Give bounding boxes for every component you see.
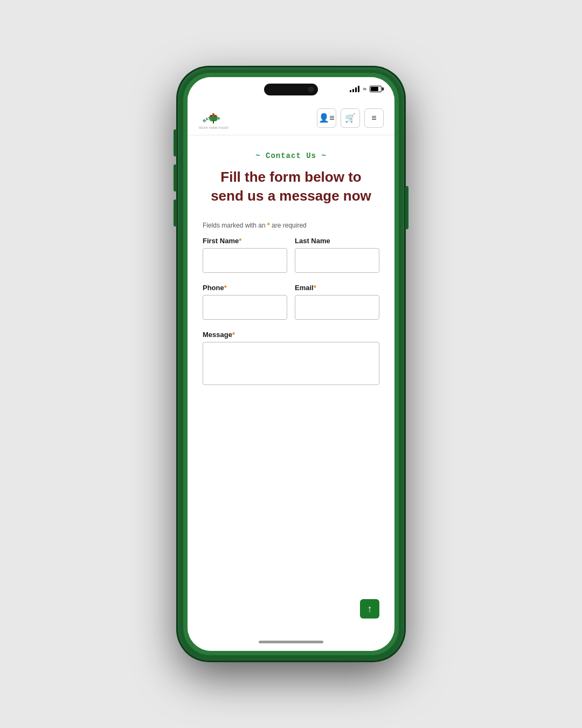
phone-frame: ≈ BAYLOW [178, 67, 404, 661]
page-content: ~ Contact Us ~ Fill the form below to se… [188, 135, 394, 633]
signal-icon [350, 86, 359, 92]
nav-icons: 👤≡ 🛒 ≡ [317, 108, 384, 128]
phone-group: Phone* [203, 284, 287, 320]
svg-point-4 [210, 115, 212, 117]
battery-icon [370, 86, 382, 92]
svg-text:FRESH FARM FOODS: FRESH FARM FOODS [198, 126, 228, 129]
phone-screen: ≈ BAYLOW [188, 77, 394, 651]
menu-button[interactable]: ≡ [364, 108, 384, 128]
logo-svg: BAYLOW [198, 105, 228, 131]
name-row: First Name* Last Name [203, 237, 379, 273]
svg-point-5 [214, 115, 217, 117]
message-input[interactable] [203, 342, 379, 385]
nav-bar: BAYLOW [188, 101, 394, 135]
first-name-required: * [239, 237, 241, 245]
cart-button[interactable]: 🛒 [341, 108, 360, 128]
phone-input[interactable] [203, 295, 287, 320]
phone-label: Phone* [203, 284, 287, 292]
hamburger-icon: ≡ [371, 113, 376, 123]
svg-point-6 [212, 113, 214, 115]
scroll-top-button[interactable]: ↑ [360, 599, 379, 619]
first-name-label: First Name* [203, 237, 287, 245]
account-icon: 👤≡ [318, 113, 334, 123]
account-button[interactable]: 👤≡ [317, 108, 336, 128]
message-label: Message* [203, 331, 379, 339]
last-name-group: Last Name [295, 237, 379, 273]
home-bar [259, 641, 323, 643]
logo: BAYLOW [198, 105, 228, 131]
email-group: Email* [295, 284, 379, 320]
phone-required: * [224, 284, 227, 292]
message-row: Message* [203, 331, 379, 385]
cart-icon: 🛒 [345, 113, 356, 123]
first-name-input[interactable] [203, 248, 287, 273]
page-heading: Fill the form below to send us a message… [203, 168, 379, 205]
last-name-label: Last Name [295, 237, 379, 245]
email-input[interactable] [295, 295, 379, 320]
status-bar: ≈ [188, 77, 394, 101]
status-icons: ≈ [350, 85, 382, 93]
phone-inner: ≈ BAYLOW [183, 73, 399, 655]
notch [264, 84, 318, 95]
last-name-input[interactable] [295, 248, 379, 273]
message-required: * [232, 331, 235, 339]
wifi-icon: ≈ [363, 85, 366, 93]
contact-row: Phone* Email* [203, 284, 379, 320]
camera-dot [308, 87, 314, 92]
required-note: Fields marked with an * are required [203, 222, 379, 229]
home-indicator [188, 633, 394, 651]
email-label: Email* [295, 284, 379, 292]
scroll-top-icon: ↑ [368, 603, 372, 615]
message-group: Message* [203, 331, 379, 385]
first-name-group: First Name* [203, 237, 287, 273]
contact-label: ~ Contact Us ~ [203, 152, 379, 160]
email-required: * [314, 284, 316, 292]
